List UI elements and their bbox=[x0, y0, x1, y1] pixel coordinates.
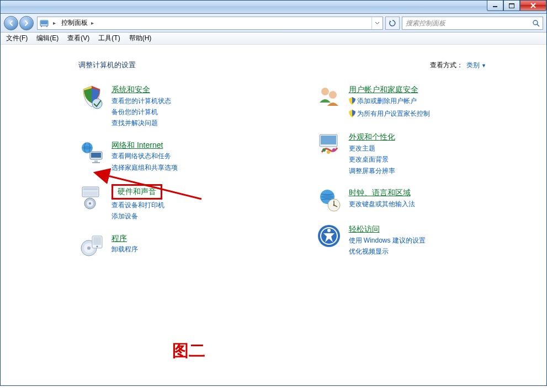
right-column: 用户帐户和家庭安全 添加或删除用户帐户 为所有用户设置家长控制 bbox=[316, 83, 531, 269]
control-panel-icon bbox=[38, 17, 51, 29]
menu-edit[interactable]: 编辑(E) bbox=[32, 33, 63, 44]
network-icon bbox=[78, 139, 105, 165]
breadcrumb[interactable]: 控制面板 ▸ bbox=[58, 18, 371, 28]
breadcrumb-sep-icon: ▸ bbox=[89, 20, 96, 26]
category-clock-region: 时钟、语言和区域 更改键盘或其他输入法 bbox=[316, 186, 531, 213]
search-icon[interactable] bbox=[529, 19, 543, 27]
category-title-link[interactable]: 系统和安全 bbox=[111, 85, 150, 94]
titlebar[interactable] bbox=[1, 1, 546, 14]
category-sublink[interactable]: 查看您的计算机状态 bbox=[111, 95, 171, 106]
clock-region-icon bbox=[316, 186, 342, 213]
svg-rect-13 bbox=[92, 162, 100, 163]
chevron-down-icon: ▼ bbox=[481, 63, 486, 68]
category-sublink[interactable]: 优化视频显示 bbox=[349, 246, 426, 257]
shield-icon bbox=[349, 110, 355, 121]
category-sublink[interactable]: 卸载程序 bbox=[111, 244, 138, 255]
address-dropdown-button[interactable] bbox=[371, 17, 383, 29]
navigation-bar: ▸ 控制面板 ▸ bbox=[1, 14, 546, 33]
view-by-label: 查看方式： bbox=[430, 61, 463, 70]
category-sublink[interactable]: 更改主题 bbox=[349, 143, 395, 154]
category-sublink[interactable]: 备份您的计算机 bbox=[111, 106, 171, 117]
category-sublink[interactable]: 查找并解决问题 bbox=[111, 117, 171, 128]
category-ease-of-access: 轻松访问 使用 Windows 建议的设置 优化视频显示 bbox=[316, 223, 531, 257]
view-by-value[interactable]: 类别 ▼ bbox=[466, 61, 486, 70]
category-user-accounts: 用户帐户和家庭安全 添加或删除用户帐户 为所有用户设置家长控制 bbox=[316, 83, 531, 121]
refresh-button[interactable] bbox=[385, 17, 400, 30]
category-sublink[interactable]: 更改桌面背景 bbox=[349, 154, 395, 165]
window-frame: ▸ 控制面板 ▸ 文件(F bbox=[0, 0, 547, 386]
category-appearance: 外观和个性化 更改主题 更改桌面背景 调整屏幕分辨率 bbox=[316, 131, 531, 176]
view-by: 查看方式： 类别 ▼ bbox=[430, 61, 486, 70]
category-sublink[interactable]: 查看设备和打印机 bbox=[111, 200, 164, 211]
category-title-link[interactable]: 时钟、语言和区域 bbox=[349, 188, 411, 197]
forward-button[interactable] bbox=[19, 16, 34, 30]
svg-rect-2 bbox=[509, 3, 514, 4]
page-title: 调整计算机的设置 bbox=[78, 60, 136, 70]
category-system-security: 系统和安全 查看您的计算机状态 备份您的计算机 查找并解决问题 bbox=[78, 83, 294, 129]
category-network-internet: 网络和 Internet 查看网络状态和任务 选择家庭组和共享选项 bbox=[78, 139, 294, 173]
nav-buttons bbox=[4, 16, 35, 30]
search-input[interactable] bbox=[402, 19, 529, 27]
svg-point-32 bbox=[332, 148, 336, 152]
window-controls bbox=[487, 1, 546, 11]
programs-icon bbox=[78, 232, 105, 259]
svg-rect-29 bbox=[321, 136, 336, 144]
svg-rect-0 bbox=[493, 6, 497, 7]
minimize-button[interactable] bbox=[487, 1, 503, 11]
menu-view[interactable]: 查看(V) bbox=[63, 33, 94, 44]
category-title-link[interactable]: 程序 bbox=[111, 234, 127, 243]
svg-rect-4 bbox=[41, 21, 47, 24]
category-sublink[interactable]: 查看网络状态和任务 bbox=[111, 151, 178, 162]
svg-rect-12 bbox=[94, 160, 98, 162]
menu-help[interactable]: 帮助(H) bbox=[125, 33, 156, 44]
svg-point-25 bbox=[97, 245, 98, 247]
svg-point-6 bbox=[46, 26, 47, 27]
svg-point-26 bbox=[321, 88, 329, 95]
hardware-sound-icon bbox=[78, 183, 105, 210]
heading-row: 调整计算机的设置 查看方式： 类别 ▼ bbox=[78, 60, 530, 70]
menu-tools[interactable]: 工具(T) bbox=[94, 33, 124, 44]
svg-rect-11 bbox=[91, 153, 101, 158]
ease-of-access-icon bbox=[316, 223, 342, 249]
breadcrumb-sep-icon: ▸ bbox=[51, 20, 58, 26]
svg-point-30 bbox=[322, 148, 326, 152]
content-area: 调整计算机的设置 查看方式： 类别 ▼ bbox=[1, 45, 546, 385]
svg-point-39 bbox=[327, 229, 331, 232]
back-button[interactable] bbox=[4, 16, 18, 30]
svg-rect-24 bbox=[93, 237, 101, 245]
category-title-link[interactable]: 轻松访问 bbox=[349, 224, 380, 233]
close-button[interactable] bbox=[520, 1, 546, 11]
annotation-label: 图二 bbox=[172, 340, 205, 362]
svg-rect-15 bbox=[83, 188, 98, 190]
category-sublink[interactable]: 为所有用户设置家长控制 bbox=[349, 108, 430, 121]
breadcrumb-text[interactable]: 控制面板 bbox=[61, 18, 88, 28]
address-bar[interactable]: ▸ 控制面板 ▸ bbox=[37, 17, 383, 30]
svg-point-22 bbox=[87, 246, 91, 250]
left-column: 系统和安全 查看您的计算机状态 备份您的计算机 查找并解决问题 bbox=[78, 83, 294, 269]
svg-point-5 bbox=[41, 26, 42, 27]
search-box[interactable] bbox=[402, 17, 543, 30]
category-sublink[interactable]: 使用 Windows 建议的设置 bbox=[349, 235, 426, 246]
user-accounts-icon bbox=[316, 83, 342, 110]
category-title-highlighted[interactable]: 硬件和声音 bbox=[111, 184, 162, 200]
maximize-button[interactable] bbox=[503, 1, 520, 11]
category-columns: 系统和安全 查看您的计算机状态 备份您的计算机 查找并解决问题 bbox=[78, 83, 530, 269]
category-title-link[interactable]: 网络和 Internet bbox=[111, 141, 163, 149]
appearance-icon bbox=[316, 131, 342, 157]
category-sublink[interactable]: 添加或删除用户帐户 bbox=[349, 95, 430, 108]
category-sublink[interactable]: 选择家庭组和共享选项 bbox=[111, 162, 178, 173]
menu-bar: 文件(F) 编辑(E) 查看(V) 工具(T) 帮助(H) bbox=[1, 33, 546, 45]
svg-point-31 bbox=[327, 151, 330, 154]
menu-file[interactable]: 文件(F) bbox=[2, 33, 32, 44]
category-title-link[interactable]: 用户帐户和家庭安全 bbox=[349, 85, 418, 94]
category-sublink[interactable]: 更改键盘或其他输入法 bbox=[349, 198, 415, 210]
category-title-link[interactable]: 外观和个性化 bbox=[349, 132, 395, 141]
category-sublink[interactable]: 添加设备 bbox=[111, 211, 164, 222]
shield-icon bbox=[349, 97, 355, 108]
svg-rect-16 bbox=[83, 191, 98, 196]
svg-point-27 bbox=[329, 91, 337, 99]
svg-point-19 bbox=[89, 202, 91, 205]
category-sublink[interactable]: 调整屏幕分辨率 bbox=[349, 165, 395, 176]
system-security-icon bbox=[78, 83, 105, 110]
category-hardware-sound: 硬件和声音 查看设备和打印机 添加设备 bbox=[78, 183, 294, 222]
